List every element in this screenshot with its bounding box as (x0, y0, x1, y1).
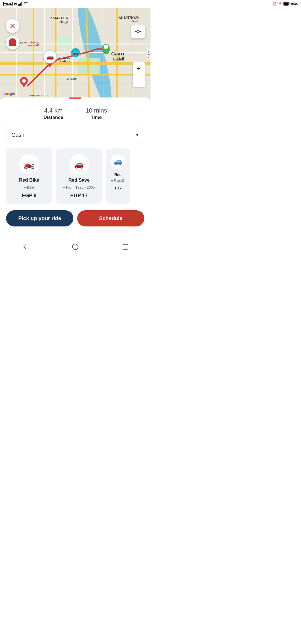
save-name: Red Save (68, 177, 90, 183)
kaaba-icon (9, 40, 16, 46)
bike-type: Bike (24, 185, 34, 189)
svg-point-27 (104, 45, 108, 49)
save-dot (63, 187, 65, 188)
partial-price: EG (115, 186, 121, 190)
navigation-bar (0, 238, 151, 257)
bike-icon-circle: 🏍️ (19, 154, 39, 174)
svg-point-34 (137, 30, 139, 33)
bike-icon: 🏍️ (24, 159, 35, 169)
cairo-label: Cairo القاهرة (111, 51, 124, 61)
svg-point-4 (26, 5, 26, 5)
time-label: Time (86, 115, 107, 120)
status-left: VoLTE 4G (3, 2, 28, 6)
pickup-button[interactable]: Pick up your ride (6, 210, 73, 226)
drag-handle[interactable] (69, 97, 81, 99)
signal-4g: 4G (14, 3, 17, 5)
partial-type: From 20 (111, 179, 124, 182)
svg-point-39 (72, 244, 78, 250)
map-area: ZAMALEK الزمالك AS SABTIYYAH السبتية Nea… (0, 8, 151, 100)
trip-info: 4.4 km Distance 10 mins Time (0, 104, 151, 127)
location-button[interactable] (131, 25, 145, 38)
ride-card-save[interactable]: 🚗 Red Save From 1995 - 2005 EGP 17 (56, 148, 102, 204)
chevron-down-icon: ▼ (135, 133, 139, 137)
svg-rect-3 (21, 2, 22, 6)
distance-label: Distance (43, 115, 63, 120)
save-price: EGP 17 (70, 193, 88, 199)
tahrir-label: El Tahrir (67, 77, 77, 80)
bike-price: EGP 9 (22, 193, 37, 199)
svg-point-30 (22, 79, 26, 83)
recent-nav-icon (122, 243, 129, 250)
crosshair-icon (135, 28, 141, 35)
time-value: 10 mins (86, 107, 107, 114)
svg-rect-2 (20, 3, 21, 6)
home-nav-icon (72, 243, 79, 250)
recent-nav-button[interactable] (120, 242, 130, 252)
ride-card-partial[interactable]: 🚙 Rec From 20 EG (106, 148, 130, 204)
save-icon-circle: 🚗 (69, 154, 89, 174)
back-nav-icon (22, 243, 28, 250)
svg-marker-31 (21, 83, 26, 87)
cafeteria-label: Neama Cafeteria كافيتريا نعمة (19, 41, 39, 47)
signal-bars-icon (18, 2, 23, 6)
distance-stat: 4.4 km Distance (43, 107, 63, 120)
sabtiyyah-label: AS SABTIYYAH السبتية (119, 16, 139, 22)
schedule-button[interactable]: Schedule (77, 210, 144, 226)
google-logo: Google (3, 92, 15, 96)
camera-icon: 📷 (71, 48, 80, 57)
svg-rect-0 (18, 4, 19, 6)
payment-method: Cash (11, 132, 25, 138)
volte-label: VoLTE (3, 2, 13, 6)
time-stat: 10 mins Time (86, 107, 107, 120)
ride-card-bike[interactable]: 🏍️ Red Bike Bike EGP 9 (6, 148, 52, 204)
home-nav-button[interactable] (70, 242, 80, 252)
partial-icon-circle: 🚙 (110, 154, 125, 169)
partial-name: Rec (114, 172, 122, 177)
save-car-icon: 🚗 (74, 160, 84, 169)
svg-rect-40 (123, 244, 128, 249)
zamalek-label: ZAMALEK الزمالك (50, 16, 69, 24)
distance-value: 4.4 km (43, 107, 63, 114)
payment-selector[interactable]: Cash ▼ (6, 127, 144, 143)
kaaba-button[interactable] (6, 36, 20, 50)
back-nav-button[interactable] (20, 242, 30, 252)
car-pin: 🚗 (43, 50, 57, 67)
garden-city-label: GARDEN CITY (28, 94, 48, 97)
status-bar: VoLTE 4G ⏰ 📍 9:34 (0, 0, 151, 8)
svg-rect-1 (19, 4, 20, 6)
zoom-in-button[interactable]: + (133, 62, 145, 75)
partial-car-icon: 🚙 (114, 158, 122, 165)
side-label: Shobra (147, 48, 151, 59)
bike-dot (24, 187, 26, 188)
close-button[interactable] (6, 19, 20, 33)
save-type: From 1995 - 2005 (63, 185, 95, 189)
bike-name: Red Bike (19, 177, 39, 183)
start-pin (20, 77, 28, 89)
bottom-sheet: 4.4 km Distance 10 mins Time Cash ▼ 🏍️ R… (0, 97, 151, 238)
action-buttons: Pick up your ride Schedule (0, 210, 151, 232)
wifi-icon (24, 2, 28, 6)
svg-rect-11 (56, 36, 72, 47)
ride-options-list: 🏍️ Red Bike Bike EGP 9 🚗 Red Save From 1… (0, 148, 151, 210)
zoom-out-button[interactable]: − (133, 75, 145, 87)
